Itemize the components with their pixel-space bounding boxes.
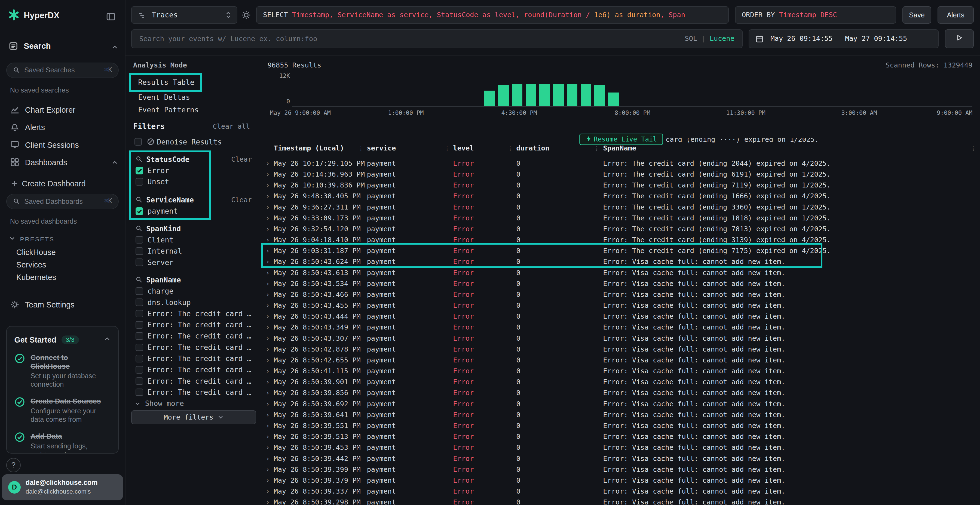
filter-option-server[interactable]: Server	[128, 257, 259, 268]
row-expand-chevron-icon[interactable]: ›	[266, 399, 270, 410]
filter-option-error-the-credit-card-[interactable]: Error: The credit card …	[128, 375, 259, 387]
table-row[interactable]: ›May 26 8:50:39.298 PMpaymentError0Error…	[262, 497, 980, 505]
table-row[interactable]: ›May 26 9:04:18.410 PMpaymentError0Error…	[262, 235, 980, 245]
column-options-icon[interactable]: ⁞	[972, 145, 974, 152]
more-filters-button[interactable]: More filters	[131, 410, 256, 424]
row-expand-chevron-icon[interactable]: ›	[266, 300, 270, 311]
row-expand-chevron-icon[interactable]: ›	[266, 158, 270, 169]
checkbox[interactable]	[135, 207, 143, 215]
checkbox[interactable]	[135, 167, 143, 175]
filter-option-error-the-credit-card-[interactable]: Error: The credit card …	[128, 353, 259, 364]
sql-query-editor[interactable]: SELECT Timestamp, ServiceName as service…	[256, 6, 729, 24]
row-expand-chevron-icon[interactable]: ›	[266, 410, 270, 420]
search-input[interactable]	[139, 30, 577, 48]
sidebar-item-alerts[interactable]: Alerts	[25, 123, 45, 132]
row-expand-chevron-icon[interactable]: ›	[266, 344, 270, 355]
row-expand-chevron-icon[interactable]: ›	[266, 267, 270, 278]
filter-option-internal[interactable]: Internal	[128, 245, 259, 257]
date-range-picker[interactable]: May 26 09:14:55 - May 27 09:14:55	[749, 29, 939, 48]
filter-option-error-the-credit-card-[interactable]: Error: The credit card …	[128, 319, 259, 330]
query-language-toggle[interactable]: SQL | Lucene	[685, 30, 735, 48]
checkbox[interactable]	[135, 178, 143, 186]
histogram-bar[interactable]	[581, 84, 591, 106]
column-header-duration[interactable]: duration	[516, 144, 549, 152]
sidebar-item-dashboards[interactable]: Dashboards	[25, 158, 67, 167]
analysis-mode-event-deltas[interactable]: Event Deltas	[138, 92, 190, 103]
filter-option-dns-lookup[interactable]: dns.lookup	[128, 297, 259, 308]
row-expand-chevron-icon[interactable]: ›	[266, 213, 270, 224]
filter-option-error-the-credit-card-[interactable]: Error: The credit card …	[128, 308, 259, 319]
row-expand-chevron-icon[interactable]: ›	[266, 420, 270, 431]
table-row[interactable]: ›May 26 8:50:39.513 PMpaymentError0Error…	[262, 431, 980, 442]
column-resize-handle[interactable]: ⁞	[446, 145, 448, 152]
chevron-up-icon[interactable]	[111, 44, 118, 51]
denoise-toggle[interactable]: Denoise Results	[128, 136, 259, 148]
sidebar-item-services[interactable]: Services	[16, 260, 46, 269]
row-expand-chevron-icon[interactable]: ›	[266, 191, 270, 202]
checkbox[interactable]	[135, 247, 143, 255]
sidebar-item-client-sessions[interactable]: Client Sessions	[25, 141, 79, 150]
row-expand-chevron-icon[interactable]: ›	[266, 333, 270, 344]
event-search-bar[interactable]: SQL | Lucene	[131, 29, 742, 48]
column-resize-handle[interactable]: ⁞	[360, 145, 361, 152]
checkbox[interactable]	[135, 259, 143, 266]
table-row[interactable]: ›May 26 8:50:43.349 PMpaymentError0Error…	[262, 322, 980, 333]
facet-clear-link[interactable]: Clear	[231, 154, 252, 165]
row-expand-chevron-icon[interactable]: ›	[266, 202, 270, 213]
sql-mode-option[interactable]: SQL	[685, 35, 697, 43]
row-expand-chevron-icon[interactable]: ›	[266, 431, 270, 442]
source-selector[interactable]: Traces	[131, 6, 237, 24]
saved-dashboards-input[interactable]: ⌘K	[6, 194, 119, 209]
filter-option-error-the-credit-card-[interactable]: Error: The credit card …	[128, 387, 259, 398]
row-expand-chevron-icon[interactable]: ›	[266, 355, 270, 366]
histogram-bar[interactable]	[594, 85, 605, 106]
column-resize-handle[interactable]: ⁞	[509, 145, 511, 152]
filter-option-error-the-credit-card-[interactable]: Error: The credit card …	[128, 330, 259, 341]
saved-searches-input[interactable]: ⌘K	[6, 63, 119, 78]
facet-search-icon[interactable]	[135, 156, 142, 162]
chevron-up-icon[interactable]	[111, 159, 118, 166]
facet-search-icon[interactable]	[135, 225, 142, 232]
filter-option-unset[interactable]: Unset	[128, 176, 259, 187]
table-row[interactable]: ›May 26 10:17:29.105 PMpaymentError0Erro…	[262, 158, 980, 169]
histogram-bar[interactable]	[608, 92, 619, 106]
run-query-button[interactable]	[945, 29, 974, 48]
table-row[interactable]: ›May 26 8:50:43.534 PMpaymentError0Error…	[262, 278, 980, 289]
table-row[interactable]: ›May 26 8:50:43.307 PMpaymentError0Error…	[262, 333, 980, 344]
table-row[interactable]: ›May 26 8:50:43.466 PMpaymentError0Error…	[262, 289, 980, 300]
chevron-up-icon[interactable]	[104, 335, 111, 342]
table-row[interactable]: ›May 26 9:32:54.120 PMpaymentError0Error…	[262, 224, 980, 235]
presets-header[interactable]: PRESETS	[20, 236, 54, 243]
show-more-link[interactable]: Show more	[128, 398, 259, 409]
row-expand-chevron-icon[interactable]: ›	[266, 235, 270, 245]
row-expand-chevron-icon[interactable]: ›	[266, 245, 270, 256]
filter-option-error[interactable]: Error	[128, 165, 259, 176]
table-row[interactable]: ›May 26 10:14:36.963 PMpaymentError0Erro…	[262, 169, 980, 180]
row-expand-chevron-icon[interactable]: ›	[266, 486, 270, 497]
row-expand-chevron-icon[interactable]: ›	[266, 464, 270, 475]
table-row[interactable]: ›May 26 8:50:39.901 PMpaymentError0Error…	[262, 376, 980, 387]
table-row[interactable]: ›May 26 8:50:39.453 PMpaymentError0Error…	[262, 442, 980, 453]
row-expand-chevron-icon[interactable]: ›	[266, 289, 270, 300]
checkbox[interactable]	[135, 310, 143, 318]
histogram-bar[interactable]	[484, 91, 495, 106]
checkbox[interactable]	[135, 344, 143, 351]
table-row[interactable]: ›May 26 10:10:39.836 PMpaymentError0Erro…	[262, 180, 980, 191]
histogram-bar[interactable]	[539, 84, 550, 106]
row-expand-chevron-icon[interactable]: ›	[266, 366, 270, 376]
checkbox[interactable]	[135, 299, 143, 306]
checkbox[interactable]	[135, 389, 143, 396]
checkbox[interactable]	[135, 377, 143, 385]
facet-clear-link[interactable]: Clear	[231, 194, 252, 205]
get-started-step[interactable]: Create Data Sources Configure where your…	[14, 397, 111, 424]
table-row[interactable]: ›May 26 8:50:39.337 PMpaymentError0Error…	[262, 486, 980, 497]
sidebar-collapse-icon[interactable]	[106, 12, 115, 21]
table-row[interactable]: ›May 26 8:50:39.641 PMpaymentError0Error…	[262, 410, 980, 420]
user-menu[interactable]: D dale@clickhouse.com dale@clickhouse.co…	[2, 474, 123, 500]
checkbox[interactable]	[135, 332, 143, 340]
analysis-mode-results-table[interactable]: Results Table	[138, 77, 194, 88]
table-row[interactable]: ›May 26 9:03:31.187 PMpaymentError0Error…	[262, 245, 980, 256]
row-expand-chevron-icon[interactable]: ›	[266, 497, 270, 505]
column-header-level[interactable]: level	[453, 144, 474, 152]
filter-option-payment[interactable]: payment	[128, 205, 259, 217]
